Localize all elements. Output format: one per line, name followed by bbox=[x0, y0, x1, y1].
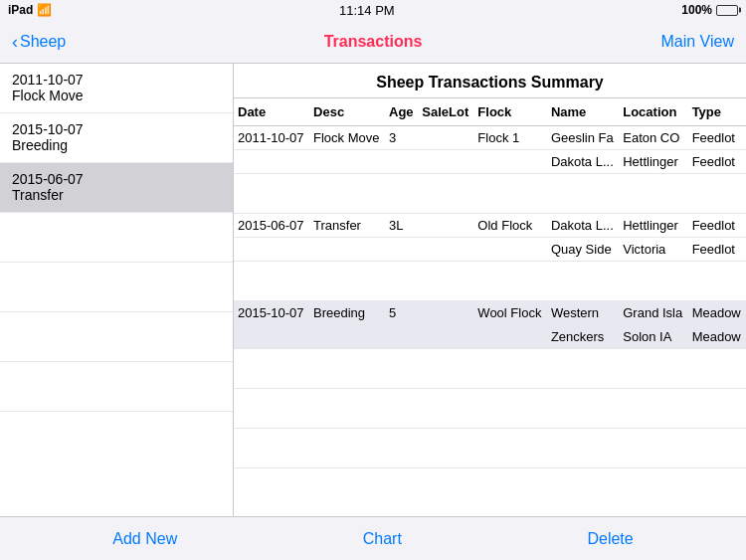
table-row: Dakota L... Hettlinger Feedlot bbox=[234, 150, 746, 174]
delete-button[interactable]: Delete bbox=[567, 522, 653, 556]
cell-desc: Breeding bbox=[309, 301, 385, 325]
back-label: Sheep bbox=[20, 33, 66, 51]
cell-type: Feedlot bbox=[688, 238, 746, 262]
table-row: 2015-10-07 Breeding 5 Wool Flock Western… bbox=[234, 301, 746, 325]
spacer-row bbox=[234, 349, 746, 389]
sidebar-desc-1: Breeding bbox=[12, 137, 221, 153]
cell-type: Feedlot bbox=[688, 126, 746, 150]
table-row: 2011-10-07 Flock Move 3 Flock 1 Geeslin … bbox=[234, 126, 746, 150]
table-header-row: Date Desc Age SaleLot Flock Name Locatio… bbox=[234, 98, 746, 126]
cell-age: 3 bbox=[385, 126, 418, 150]
cell-name: Western bbox=[547, 301, 619, 325]
cell-type: Meadow bbox=[688, 325, 746, 349]
transactions-table: Date Desc Age SaleLot Flock Name Locatio… bbox=[234, 98, 746, 468]
main-layout: 2011-10-07 Flock Move 2015-10-07 Breedin… bbox=[0, 64, 746, 516]
cell-salelot bbox=[418, 126, 473, 150]
content-area: Sheep Transactions Summary Date Desc Age… bbox=[234, 64, 746, 516]
cell-age bbox=[385, 325, 418, 349]
cell-flock: Old Flock bbox=[473, 214, 547, 238]
cell-flock: Wool Flock bbox=[473, 301, 547, 325]
cell-age: 3L bbox=[385, 214, 418, 238]
col-header-salelot: SaleLot bbox=[418, 98, 473, 126]
cell-name: Zenckers bbox=[547, 325, 619, 349]
status-left: iPad 📶 bbox=[8, 3, 52, 17]
spacer-row bbox=[234, 389, 746, 429]
bottom-toolbar: Add New Chart Delete bbox=[0, 516, 746, 560]
status-bar: iPad 📶 11:14 PM 100% bbox=[0, 0, 746, 20]
cell-salelot bbox=[418, 238, 473, 262]
cell-date bbox=[234, 238, 309, 262]
cell-age bbox=[385, 238, 418, 262]
sidebar-empty-2 bbox=[0, 263, 233, 312]
cell-name: Dakota L... bbox=[547, 150, 619, 174]
main-view-button[interactable]: Main View bbox=[660, 33, 734, 51]
table-row: 2015-06-07 Transfer 3L Old Flock Dakota … bbox=[234, 214, 746, 238]
cell-name: Quay Side bbox=[547, 238, 619, 262]
sidebar-date-1: 2015-10-07 bbox=[12, 121, 221, 137]
cell-location: Solon IA bbox=[619, 325, 687, 349]
cell-flock bbox=[473, 150, 547, 174]
col-header-type: Type bbox=[688, 98, 746, 126]
cell-salelot bbox=[418, 150, 473, 174]
cell-type: Meadow bbox=[688, 301, 746, 325]
table-row: Quay Side Victoria Feedlot bbox=[234, 238, 746, 262]
sidebar-date-0: 2011-10-07 bbox=[12, 72, 221, 88]
cell-name: Geeslin Fa bbox=[547, 126, 619, 150]
sidebar-empty-5 bbox=[0, 412, 233, 462]
col-header-flock: Flock bbox=[473, 98, 547, 126]
cell-name: Dakota L... bbox=[547, 214, 619, 238]
cell-desc bbox=[309, 238, 385, 262]
cell-date: 2015-10-07 bbox=[234, 301, 309, 325]
col-header-location: Location bbox=[619, 98, 687, 126]
sidebar-item-flock-move[interactable]: 2011-10-07 Flock Move bbox=[0, 64, 233, 113]
wifi-icon: 📶 bbox=[37, 3, 52, 17]
spacer-row bbox=[234, 262, 746, 301]
summary-title: Sheep Transactions Summary bbox=[234, 64, 746, 98]
back-chevron-icon: ‹ bbox=[12, 33, 18, 51]
nav-title: Transactions bbox=[324, 33, 423, 51]
add-new-button[interactable]: Add New bbox=[93, 522, 197, 556]
spacer-row bbox=[234, 429, 746, 468]
cell-salelot bbox=[418, 325, 473, 349]
cell-flock bbox=[473, 238, 547, 262]
chart-button[interactable]: Chart bbox=[343, 522, 422, 556]
cell-desc: Transfer bbox=[309, 214, 385, 238]
cell-age bbox=[385, 150, 418, 174]
sidebar-empty-4 bbox=[0, 362, 233, 412]
sidebar-item-transfer[interactable]: 2015-06-07 Transfer bbox=[0, 163, 233, 213]
cell-desc bbox=[309, 325, 385, 349]
spacer-row bbox=[234, 174, 746, 214]
back-button[interactable]: ‹ Sheep bbox=[12, 33, 66, 51]
cell-location: Victoria bbox=[619, 238, 687, 262]
table-row: Zenckers Solon IA Meadow bbox=[234, 325, 746, 349]
cell-location: Hettlinger bbox=[619, 150, 687, 174]
cell-location: Grand Isla bbox=[619, 301, 687, 325]
cell-desc bbox=[309, 150, 385, 174]
cell-date bbox=[234, 150, 309, 174]
cell-salelot bbox=[418, 301, 473, 325]
sidebar-date-2: 2015-06-07 bbox=[12, 171, 221, 187]
sidebar-desc-0: Flock Move bbox=[12, 88, 221, 103]
cell-location: Eaton CO bbox=[619, 126, 687, 150]
col-header-desc: Desc bbox=[309, 98, 385, 126]
cell-type: Feedlot bbox=[688, 214, 746, 238]
cell-age: 5 bbox=[385, 301, 418, 325]
cell-location: Hettlinger bbox=[619, 214, 687, 238]
status-right: 100% bbox=[681, 3, 738, 17]
cell-flock: Flock 1 bbox=[473, 126, 547, 150]
cell-date: 2011-10-07 bbox=[234, 126, 309, 150]
sidebar-item-breeding[interactable]: 2015-10-07 Breeding bbox=[0, 113, 233, 163]
cell-salelot bbox=[418, 214, 473, 238]
cell-date bbox=[234, 325, 309, 349]
cell-desc: Flock Move bbox=[309, 126, 385, 150]
sidebar: 2011-10-07 Flock Move 2015-10-07 Breedin… bbox=[0, 64, 234, 516]
sidebar-desc-2: Transfer bbox=[12, 187, 221, 203]
battery-icon bbox=[716, 5, 738, 16]
col-header-date: Date bbox=[234, 98, 309, 126]
cell-date: 2015-06-07 bbox=[234, 214, 309, 238]
battery-percent: 100% bbox=[681, 3, 712, 17]
col-header-age: Age bbox=[385, 98, 418, 126]
sidebar-empty-1 bbox=[0, 213, 233, 263]
ipad-label: iPad bbox=[8, 3, 33, 17]
cell-type: Feedlot bbox=[688, 150, 746, 174]
